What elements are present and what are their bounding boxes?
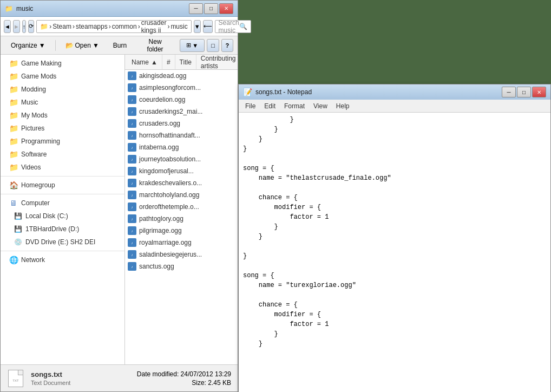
- sidebar-item-game-mods[interactable]: 📁 Game Mods: [1, 70, 124, 83]
- toolbar-separator-1: [55, 40, 56, 51]
- up-button[interactable]: ↑: [22, 20, 27, 33]
- col-header-name[interactable]: Name ▲: [127, 55, 162, 69]
- explorer-title-left: 📁 music: [5, 5, 33, 12]
- folder-icon-2: 📁: [9, 85, 18, 94]
- drive-icon-0: 💾: [14, 212, 22, 220]
- close-button[interactable]: ✕: [219, 3, 233, 14]
- sidebar-item-computer[interactable]: 🖥 Computer: [1, 197, 124, 210]
- file-item[interactable]: ♪ asimplesongforcom...: [125, 82, 238, 94]
- drive-icon-2: 💿: [14, 238, 22, 246]
- sidebar-item-label-0: Game Making: [21, 60, 62, 67]
- menu-edit[interactable]: Edit: [260, 100, 280, 112]
- file-item[interactable]: ♪ crusaders.ogg: [125, 117, 238, 129]
- burn-label: Burn: [113, 42, 127, 49]
- burn-button[interactable]: Burn: [107, 38, 133, 53]
- menu-help[interactable]: Help: [332, 100, 354, 112]
- notepad-menubar: File Edit Format View Help: [239, 100, 550, 113]
- menu-file[interactable]: File: [241, 100, 260, 112]
- status-file-icon: TXT: [7, 368, 24, 389]
- sidebar-item-label-1: Game Mods: [21, 73, 56, 80]
- sidebar-item-network[interactable]: 🌐 Network: [1, 253, 124, 266]
- column-headers: Name ▲ # Title Contributing artists Albu…: [125, 55, 238, 70]
- sidebar-item-game-making[interactable]: 📁 Game Making: [1, 57, 124, 70]
- file-item[interactable]: ♪ journeytoabsolution...: [125, 153, 238, 165]
- preview-button[interactable]: □: [207, 39, 219, 52]
- file-item[interactable]: ♪ pilgrimage.ogg: [125, 225, 238, 237]
- open-dropdown-icon: ▼: [93, 42, 99, 49]
- folder-icon-0: 📁: [9, 59, 18, 68]
- file-item[interactable]: ♪ crusaderkings2_mai...: [125, 106, 238, 117]
- file-item[interactable]: ♪ kingdomofjerusal...: [125, 165, 238, 177]
- sidebar-divider-3: [1, 251, 124, 251]
- new-folder-button[interactable]: New folder: [135, 38, 175, 53]
- status-doc-icon: TXT: [8, 370, 23, 387]
- file-item[interactable]: ♪ akingisdead.ogg: [125, 70, 238, 82]
- drive-label-1: 1TBHardDrive (D:): [25, 225, 79, 233]
- sidebar-item-music[interactable]: 📁 Music: [1, 96, 124, 109]
- maximize-button[interactable]: □: [204, 3, 218, 14]
- forward-button[interactable]: ►: [13, 20, 20, 33]
- col-header-title[interactable]: Title: [175, 55, 196, 69]
- minimize-button[interactable]: ─: [189, 3, 203, 14]
- file-item[interactable]: ♪ orderofthetemple.o...: [125, 201, 238, 213]
- col-header-num[interactable]: #: [162, 55, 175, 69]
- homegroup-icon: 🏠: [9, 181, 18, 190]
- file-item[interactable]: ♪ pathtoglory.ogg: [125, 213, 238, 225]
- sidebar-item-drive-0[interactable]: 💾 Local Disk (C:): [1, 210, 124, 223]
- sidebar-item-drive-1[interactable]: 💾 1TBHardDrive (D:): [1, 223, 124, 236]
- col-header-contributing-artists[interactable]: Contributing artists: [196, 55, 238, 69]
- help-button[interactable]: ?: [221, 39, 233, 52]
- sidebar-item-pictures[interactable]: 📁 Pictures: [1, 122, 124, 135]
- notepad-minimize-button[interactable]: ─: [502, 87, 516, 97]
- date-value: 24/07/2012 13:29: [181, 370, 231, 378]
- sidebar-item-label-3: Music: [21, 99, 38, 106]
- folder-icon-3: 📁: [9, 98, 18, 107]
- dropdown-button[interactable]: ▼: [194, 20, 201, 33]
- file-item[interactable]: ♪ intaberna.ogg: [125, 141, 238, 153]
- search-box[interactable]: Search music 🔍: [215, 20, 251, 33]
- notepad-maximize-button[interactable]: □: [517, 87, 531, 97]
- file-name-12: pathtoglory.ogg: [139, 215, 183, 223]
- sidebar-item-drive-2[interactable]: 💿 DVD Drive (E:) SH2 DEI: [1, 236, 124, 249]
- sidebar-item-programming[interactable]: 📁 Programming: [1, 135, 124, 148]
- sidebar-item-modding[interactable]: 📁 Modding: [1, 83, 124, 96]
- explorer-title-text: music: [16, 5, 33, 12]
- file-item[interactable]: ♪ hornsofhattinandaft...: [125, 129, 238, 141]
- file-item[interactable]: ♪ coeurdelion.ogg: [125, 94, 238, 106]
- status-right: Date modified: 24/07/2012 13:29 Size: 2.…: [137, 370, 231, 387]
- back-button[interactable]: ◄: [4, 20, 11, 33]
- refresh-button[interactable]: ⟳: [28, 20, 34, 33]
- sidebar-item-label-8: Videos: [21, 164, 41, 171]
- file-item[interactable]: ♪ royalmarriage.ogg: [125, 237, 238, 249]
- file-item[interactable]: ♪ saladinbesiegejerus...: [125, 249, 238, 260]
- address-path[interactable]: 📁 › Steam › steamapps › common › crusade…: [36, 20, 191, 33]
- file-icon-15: ♪: [127, 250, 137, 259]
- drive-label-2: DVD Drive (E:) SH2 DEI: [25, 238, 95, 246]
- file-item[interactable]: ♪ marchtoholyland.ogg: [125, 189, 238, 201]
- folder-icon-7: 📁: [9, 150, 18, 159]
- file-icon-5: ♪: [127, 130, 137, 140]
- file-icon-16: ♪: [127, 262, 137, 271]
- sidebar-item-homegroup[interactable]: 🏠 Homegroup: [1, 179, 124, 192]
- file-item[interactable]: ♪ sanctus.ogg: [125, 260, 238, 272]
- previous-location-button[interactable]: ⟵: [203, 20, 213, 33]
- notepad-content[interactable]: } } } } song = { name = "thelastcrusade_…: [239, 113, 550, 392]
- open-button[interactable]: 📂 Open ▼: [60, 38, 105, 53]
- sidebar-item-software[interactable]: 📁 Software: [1, 148, 124, 161]
- menu-view[interactable]: View: [309, 100, 332, 112]
- organize-button[interactable]: Organize ▼: [5, 38, 51, 53]
- sidebar-item-videos[interactable]: 📁 Videos: [1, 161, 124, 174]
- file-name-15: saladinbesiegejerus...: [139, 251, 202, 258]
- search-icon: 🔍: [239, 23, 247, 30]
- explorer-body: 📁 Game Making 📁 Game Mods 📁 Modding 📁 Mu…: [1, 55, 238, 364]
- file-item[interactable]: ♪ krakdeschevaliers.o...: [125, 177, 238, 189]
- notepad-close-button[interactable]: ✕: [532, 87, 546, 97]
- sidebar-item-label-7: Software: [21, 151, 47, 158]
- sidebar-item-my-mods[interactable]: 📁 My Mods: [1, 109, 124, 122]
- file-list: ♪ akingisdead.ogg ♪ asimplesongforcom...…: [125, 70, 238, 364]
- folder-icon-6: 📁: [9, 137, 18, 146]
- menu-format[interactable]: Format: [280, 100, 309, 112]
- view-button[interactable]: ⊞ ▼: [180, 39, 205, 52]
- folder-icon-5: 📁: [9, 124, 18, 133]
- file-name-1: asimplesongforcom...: [139, 84, 201, 92]
